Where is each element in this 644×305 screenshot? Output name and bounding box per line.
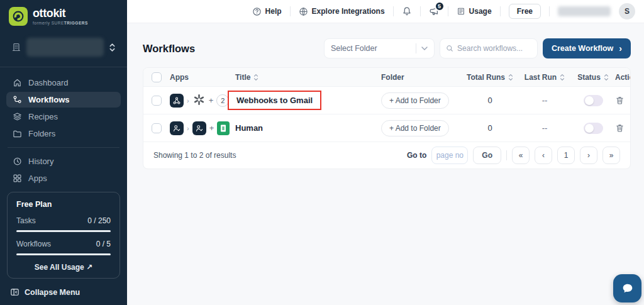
sidebar: ottokit formerly SURETRIGGERS Dashboard (0, 0, 127, 305)
sidebar-item-label: History (28, 157, 53, 166)
topbar-divider (420, 6, 421, 16)
announcements-button[interactable]: 5 (429, 6, 440, 17)
select-divider (416, 43, 416, 53)
add-to-folder-button[interactable]: + Add to Folder (381, 92, 449, 109)
topbar-divider (290, 6, 291, 16)
col-header-status[interactable]: Status (571, 73, 615, 82)
globe-icon (299, 7, 308, 16)
status-toggle[interactable] (584, 123, 603, 134)
table-row: › + 2 Webhooks to Gmail + Add to Folder … (143, 87, 630, 114)
pagination-divider (506, 150, 507, 160)
sidebar-item-label: Apps (28, 174, 47, 183)
bell-icon (402, 6, 412, 16)
sidebar-item-apps[interactable]: Apps (6, 170, 121, 186)
sheets-icon (219, 124, 227, 133)
topbar: Help Explore Integrations 5 Usage Fr (127, 0, 644, 23)
topbar-divider (500, 6, 501, 16)
row-actions (615, 96, 631, 105)
home-icon (13, 78, 22, 87)
col-header-apps: Apps (170, 73, 235, 82)
workflow-title-highlighted[interactable]: Webhooks to Gmail (228, 91, 321, 110)
toggle-knob (585, 124, 594, 133)
page-title: Workflows (143, 43, 195, 55)
ottokit-logo-icon (9, 7, 28, 26)
prev-page-button[interactable]: ‹ (535, 147, 552, 164)
sort-icon (508, 74, 513, 81)
page-header: Workflows Select Folder Create Workflow … (127, 23, 644, 67)
row-apps: › + 2 (170, 93, 235, 108)
col-header-total-runs[interactable]: Total Runs (462, 73, 518, 82)
toggle-knob (585, 96, 594, 105)
add-to-folder-button[interactable]: + Add to Folder (381, 120, 449, 136)
explore-integrations-button[interactable]: Explore Integrations (299, 7, 385, 16)
folder-icon (13, 129, 22, 138)
main-area: Help Explore Integrations 5 Usage Fr (127, 0, 644, 305)
layers-icon (13, 112, 22, 121)
plan-usage-card: Free Plan Tasks 0 / 250 Workflows 0 / 5 … (7, 192, 120, 279)
chat-widget-button[interactable] (613, 274, 641, 302)
sidebar-item-recipes[interactable]: Recipes (6, 109, 121, 125)
app-root: ottokit formerly SURETRIGGERS Dashboard (0, 0, 644, 305)
last-run-value: -- (518, 123, 571, 133)
see-all-usage-label: See All Usage (35, 263, 84, 272)
table-row: › + Human + Add to Folder 0 -- (143, 114, 630, 142)
col-header-last-run[interactable]: Last Run (518, 73, 571, 82)
row-checkbox[interactable] (152, 123, 162, 133)
help-button[interactable]: Help (252, 7, 282, 16)
chevron-updown-icon (109, 43, 116, 52)
brand-text: ottokit formerly SURETRIGGERS (33, 8, 88, 25)
sidebar-divider (0, 67, 127, 67)
folder-filter-select[interactable]: Select Folder (324, 38, 435, 58)
see-all-usage-link[interactable]: See All Usage ↗ (16, 263, 111, 272)
status-toggle[interactable] (584, 95, 603, 106)
usage-doc-icon (457, 7, 465, 16)
sidebar-item-workflows[interactable]: Workflows (6, 92, 121, 108)
search-input[interactable] (457, 44, 531, 53)
brand-name: ottokit (33, 8, 88, 19)
webhook-icon (172, 96, 181, 105)
page-1-button[interactable]: 1 (557, 147, 575, 164)
sidebar-item-label: Dashboard (28, 78, 69, 87)
go-button[interactable]: Go (473, 147, 501, 164)
plus-separator: + (209, 96, 214, 105)
row-actions (615, 123, 631, 133)
help-label: Help (265, 7, 282, 16)
chevron-right-icon: › (619, 44, 622, 53)
collapse-menu-button[interactable]: Collapse Menu (0, 286, 127, 305)
trash-icon[interactable] (615, 123, 625, 133)
avatar[interactable]: S (619, 3, 635, 19)
next-page-button[interactable]: › (580, 147, 597, 164)
human-app-icon (192, 121, 206, 135)
brand-tagline-prefix: formerly SURE (33, 21, 64, 25)
usage-button[interactable]: Usage (457, 7, 492, 16)
row-checkbox[interactable] (152, 96, 162, 106)
sidebar-item-dashboard[interactable]: Dashboard (6, 75, 121, 91)
col-header-folder: Folder (381, 73, 462, 82)
human-app-icon (170, 121, 184, 135)
sidebar-item-label: Folders (28, 129, 55, 138)
workflows-table: Apps Title Folder Total Runs Last Run St… (143, 67, 631, 169)
person-check-icon (195, 124, 204, 133)
col-header-title[interactable]: Title (235, 73, 381, 82)
brand-logo[interactable]: ottokit formerly SURETRIGGERS (0, 0, 127, 30)
sidebar-item-folders[interactable]: Folders (6, 126, 121, 141)
search-icon (446, 44, 453, 53)
sidebar-item-history[interactable]: History (6, 153, 121, 169)
last-run-value: -- (518, 96, 571, 105)
workspace-selector[interactable] (8, 35, 119, 59)
notifications-bell-button[interactable] (402, 6, 412, 16)
apps-grid-icon (13, 174, 22, 183)
select-all-checkbox[interactable] (152, 72, 162, 82)
sort-icon (604, 74, 609, 81)
trash-icon[interactable] (615, 96, 625, 105)
first-page-button[interactable]: « (512, 147, 530, 164)
workflow-title[interactable]: Human (235, 123, 263, 133)
plan-row-label: Tasks (16, 216, 36, 225)
workflow-icon (13, 95, 22, 104)
plan-badge[interactable]: Free (509, 4, 541, 19)
last-page-button[interactable]: » (602, 147, 620, 164)
page-number-input[interactable] (431, 147, 468, 164)
collapse-menu-label: Collapse Menu (25, 288, 80, 297)
topbar-divider (549, 6, 550, 16)
create-workflow-button[interactable]: Create Workflow › (543, 38, 631, 58)
